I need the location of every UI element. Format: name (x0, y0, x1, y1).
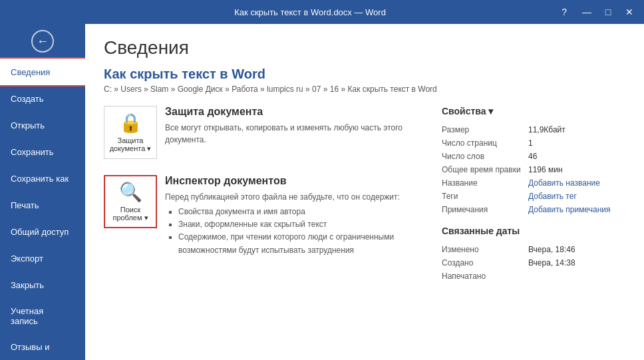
sidebar-label-otkryt: Открыть (11, 120, 45, 130)
sidebar-item-pechat[interactable]: Печать (0, 192, 85, 218)
page-title: Сведения (104, 37, 628, 59)
prop-label-tegi: Теги (442, 192, 528, 201)
prop-row-sozdano: Создано Вчера, 14:38 (442, 256, 628, 270)
prop-label-stranitsy: Число страниц (442, 138, 528, 148)
sidebar-label-uchetnaya-zapis: Учетнаязапись (11, 306, 43, 326)
prop-value-tegi[interactable]: Добавить тег (528, 192, 628, 201)
prop-row-primechaniya: Примечания Добавить примечания (442, 203, 628, 216)
prop-label-izmeneno: Изменено (442, 245, 528, 254)
sidebar-label-sohranit-kak: Сохранить как (11, 174, 69, 184)
inspect-text: Инспектор документов Перед публикацией э… (165, 175, 426, 257)
inspect-items-list: Свойства документа и имя автора Знаки, о… (178, 206, 426, 257)
breadcrumb: С: » Users » Slam » Google Диск » Работа… (104, 85, 628, 94)
prop-row-nazvanie: Название Добавить название (442, 176, 628, 190)
sidebar-label-sozdat: Создать (11, 94, 43, 104)
prop-value-vremya: 1196 мин (528, 165, 628, 174)
inspect-title: Инспектор документов (165, 175, 426, 187)
prop-label-primechaniya: Примечания (442, 205, 528, 214)
inspect-problems-button[interactable]: 🔍 Поискпроблем ▾ (104, 175, 157, 228)
prop-row-tegi: Теги Добавить тег (442, 190, 628, 203)
sidebar-item-eksport[interactable]: Экспорт (0, 245, 85, 271)
lock-icon: 🔒 (119, 112, 142, 134)
sidebar-label-otzyvy: Отзывы и (11, 342, 50, 352)
content-area: Сведения Как скрыть текст в Word С: » Us… (85, 24, 644, 360)
sidebar-item-uchetnaya-zapis[interactable]: Учетнаязапись (0, 299, 85, 333)
prop-value-napechatano (528, 271, 628, 281)
inspect-item-2: Содержимое, при чтении которого люди с о… (178, 231, 426, 256)
prop-row-napechatano: Напечатано (442, 270, 628, 283)
content-scroll[interactable]: Сведения Как скрыть текст в Word С: » Us… (85, 24, 644, 360)
related-dates-title: Связанные даты (442, 226, 628, 236)
sidebar-item-svedenia[interactable]: Сведения (0, 59, 85, 85)
inspect-item-1: Знаки, оформленные как скрытый текст (178, 218, 426, 231)
inspect-section: 🔍 Поискпроблем ▾ Инспектор документов Пе… (104, 175, 426, 257)
prop-row-vremya: Общее время правки 1196 мин (442, 163, 628, 176)
sidebar-item-sohranit-kak[interactable]: Сохранить как (0, 165, 85, 192)
back-circle-icon: ← (31, 30, 54, 53)
prop-label-sozdano: Создано (442, 258, 528, 268)
minimize-button[interactable]: — (577, 3, 596, 21)
inspect-description: Перед публикацией этого файла не забудьт… (165, 191, 426, 203)
prop-value-sozdano: Вчера, 14:38 (528, 258, 628, 268)
sidebar-item-otzyvy[interactable]: Отзывы и (0, 333, 85, 360)
prop-row-izmeneno: Изменено Вчера, 18:46 (442, 243, 628, 256)
sidebar-item-obsij-dostup[interactable]: Общий доступ (0, 218, 85, 245)
left-column: 🔒 Защитадокумента ▾ Защита документа Все… (104, 106, 426, 289)
prop-value-stranitsy: 1 (528, 138, 628, 148)
close-button[interactable]: ✕ (620, 3, 639, 21)
prop-label-razmer: Размер (442, 125, 528, 134)
prop-value-izmeneno: Вчера, 18:46 (528, 245, 628, 254)
related-dates-section: Связанные даты Изменено Вчера, 18:46 Соз… (442, 226, 628, 283)
back-button[interactable]: ← (0, 24, 85, 59)
protect-description: Все могут открывать, копировать и изменя… (165, 122, 426, 146)
prop-value-slova: 46 (528, 152, 628, 161)
sidebar-label-eksport: Экспорт (11, 254, 43, 264)
sidebar-label-pechat: Печать (11, 200, 39, 210)
sidebar-item-sohranit[interactable]: Сохранить (0, 138, 85, 165)
sidebar-label-obsij-dostup: Общий доступ (11, 227, 69, 237)
sidebar-item-zakryt[interactable]: Закрыть (0, 271, 85, 298)
titlebar-title: Как скрыть текст в Word.docx — Word (59, 7, 562, 17)
prop-label-slova: Число слов (442, 152, 528, 161)
prop-row-stranitsy: Число страниц 1 (442, 136, 628, 150)
help-button[interactable]: ? (562, 7, 567, 17)
maximize-button[interactable]: □ (599, 3, 617, 21)
inspect-item-0: Свойства документа и имя автора (178, 206, 426, 218)
app-body: ← Сведения Создать Открыть Сохранить Сох… (0, 24, 644, 360)
prop-label-vremya: Общее время правки (442, 165, 528, 174)
protect-title: Защита документа (165, 106, 426, 118)
right-column: Свойства ▾ Размер 11,9Кбайт Число страни… (442, 106, 628, 289)
prop-value-razmer: 11,9Кбайт (528, 125, 628, 134)
sidebar: ← Сведения Создать Открыть Сохранить Сох… (0, 24, 85, 360)
sidebar-item-sozdat[interactable]: Создать (0, 85, 85, 112)
prop-row-razmer: Размер 11,9Кбайт (442, 123, 628, 136)
search-icon: 🔍 (119, 181, 142, 203)
sidebar-label-sohranit: Сохранить (11, 147, 54, 157)
properties-title[interactable]: Свойства ▾ (442, 106, 628, 116)
protect-label: Защитадокумента ▾ (110, 136, 152, 153)
titlebar: Как скрыть текст в Word.docx — Word ? — … (0, 0, 644, 24)
protect-text: Защита документа Все могут открывать, ко… (165, 106, 426, 146)
protect-document-button[interactable]: 🔒 Защитадокумента ▾ (104, 106, 157, 159)
sidebar-item-otkryt[interactable]: Открыть (0, 112, 85, 138)
prop-label-napechatano: Напечатано (442, 271, 528, 281)
two-col-layout: 🔒 Защитадокумента ▾ Защита документа Все… (104, 106, 628, 289)
inspect-label: Поискпроблем ▾ (112, 206, 148, 222)
prop-label-nazvanie: Название (442, 178, 528, 188)
prop-value-primechaniya[interactable]: Добавить примечания (528, 205, 628, 214)
prop-row-slova: Число слов 46 (442, 150, 628, 163)
sidebar-label-zakryt: Закрыть (11, 280, 44, 290)
doc-title: Как скрыть текст в Word (104, 67, 628, 82)
prop-value-nazvanie[interactable]: Добавить название (528, 178, 628, 188)
sidebar-label-svedenia: Сведения (11, 67, 50, 77)
protect-section: 🔒 Защитадокумента ▾ Защита документа Все… (104, 106, 426, 159)
properties-section: Свойства ▾ Размер 11,9Кбайт Число страни… (442, 106, 628, 216)
